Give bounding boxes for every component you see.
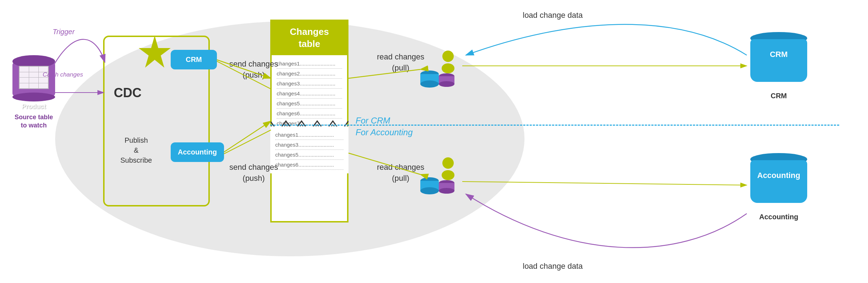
- change-row-b6: changes6........................: [275, 160, 344, 170]
- send-changes-bottom-label: send changes (push): [229, 162, 278, 184]
- svg-point-5: [420, 80, 439, 88]
- cdc-label: CDC: [114, 85, 142, 100]
- read-changes-top-label: read changes (pull): [377, 52, 424, 74]
- for-accounting-label: For Accounting: [356, 127, 413, 137]
- publish-subscribe-label: Publish & Subscribe: [110, 135, 163, 165]
- crm-database: CRM CRM: [747, 32, 811, 100]
- svg-point-8: [439, 81, 454, 87]
- catch-changes-label: Catch changes: [43, 71, 83, 78]
- trigger-label: Trigger: [53, 28, 75, 36]
- aggregator-icon-bottom: [420, 157, 462, 199]
- read-changes-bottom-label: read changes (pull): [377, 162, 424, 184]
- change-row-b1: changes1........................: [275, 130, 344, 140]
- changes-rows-bottom: changes1........................ changes…: [270, 126, 348, 173]
- changes-table-header: Changes table: [272, 21, 347, 55]
- svg-point-1: [442, 51, 454, 62]
- accounting-db-label: Accounting: [747, 213, 811, 221]
- load-change-data-bottom-label: load change data: [523, 262, 583, 271]
- svg-marker-0: [139, 36, 171, 68]
- crm-db-label: CRM: [747, 92, 811, 100]
- for-crm-label: For CRM: [356, 116, 390, 126]
- svg-point-13: [420, 187, 439, 194]
- aggregator-icon-top: [420, 50, 462, 93]
- change-row-4: changes4........................: [277, 89, 342, 99]
- change-row-2: changes2........................: [277, 69, 342, 79]
- svg-point-16: [439, 188, 454, 194]
- change-row-3: changes3........................: [277, 79, 342, 89]
- change-row-b5: changes5........................: [275, 150, 344, 160]
- crm-subscriber-box: CRM: [171, 50, 217, 69]
- svg-point-9: [442, 157, 454, 169]
- change-row-5: changes5........................: [277, 99, 342, 109]
- change-row-1: changes1........................: [277, 59, 342, 69]
- star-burst-icon: [139, 36, 171, 68]
- send-changes-top-label: send changes (push): [229, 59, 278, 81]
- change-row-b3: changes3........................: [275, 140, 344, 150]
- source-table-label: Source table to watch: [11, 113, 57, 130]
- diagram-container: Product Source table to watch Trigger Ca…: [0, 0, 868, 283]
- accounting-subscriber-box: Accounting: [171, 142, 224, 162]
- product-label: Product: [11, 103, 57, 110]
- accounting-database: Accounting Accounting: [747, 153, 811, 221]
- svg-point-2: [442, 63, 454, 73]
- change-row-6: changes6........................: [277, 109, 342, 119]
- svg-point-10: [442, 170, 454, 180]
- product-database: Product Source table to watch: [11, 55, 57, 130]
- load-change-data-top-label: load change data: [523, 11, 583, 20]
